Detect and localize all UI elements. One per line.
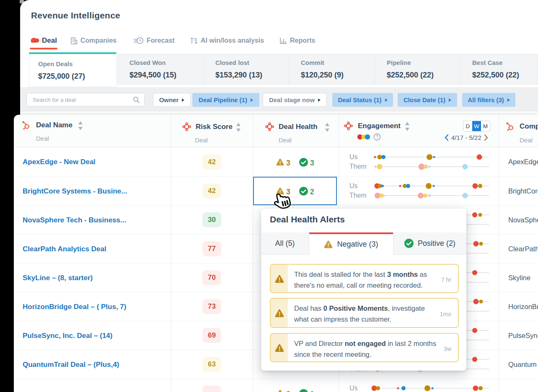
svg-text:?: ? (376, 134, 379, 140)
